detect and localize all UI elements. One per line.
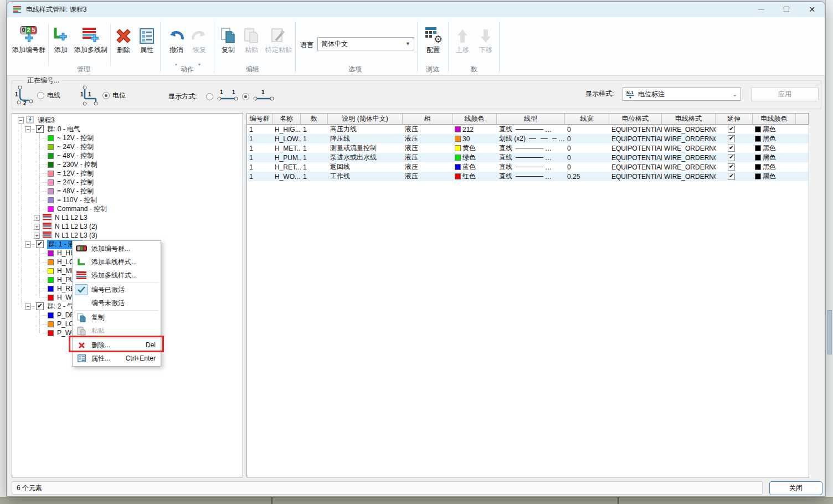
line-color-cell: 212 bbox=[453, 126, 497, 133]
copy-button[interactable]: 复制 bbox=[217, 23, 240, 55]
tree-item[interactable]: = 48V - 控制 bbox=[12, 187, 243, 196]
tree-expander-icon[interactable]: − bbox=[25, 304, 31, 310]
column-header[interactable]: 电线颜色 bbox=[753, 114, 796, 124]
tree-checkbox[interactable] bbox=[36, 240, 44, 248]
tree-expander-icon[interactable]: + bbox=[34, 224, 40, 230]
line-type-label: 直线 bbox=[499, 153, 512, 162]
table-row[interactable]: 1H_HIG...1高压力线液压212直线…0EQUIPOTENTIAL_...… bbox=[247, 125, 809, 134]
display-style-combobox[interactable]: N-1 电位标注 ⌄ bbox=[623, 88, 741, 101]
wire-color-cell: 黑色 bbox=[753, 134, 796, 143]
tree-item[interactable]: = 24V - 控制 bbox=[12, 178, 243, 187]
add-multi-line-button[interactable]: 添加多线制 bbox=[73, 23, 109, 55]
maximize-button[interactable] bbox=[774, 2, 799, 17]
tree-item[interactable]: ~ 12V - 控制 bbox=[12, 133, 243, 142]
column-header[interactable]: 电位格式 bbox=[609, 114, 662, 124]
tree-expander-icon[interactable]: + bbox=[34, 233, 40, 239]
extend-checkbox[interactable] bbox=[728, 163, 735, 171]
move-up-icon bbox=[451, 23, 474, 44]
tree-item[interactable]: = 110V - 控制 bbox=[12, 196, 243, 204]
menu-item[interactable]: 添加多线样式... bbox=[73, 269, 161, 282]
properties-button[interactable]: 属性 bbox=[135, 23, 158, 55]
menu-item[interactable]: 添加编号群... bbox=[73, 242, 161, 255]
tree-item-label: = 24V - 控制 bbox=[57, 178, 94, 187]
tree-item[interactable]: +N L1 L2 L3 bbox=[12, 213, 243, 222]
move-up-button[interactable]: 上移 bbox=[451, 23, 474, 55]
undo-button[interactable]: 撤消 ▼ bbox=[164, 23, 188, 55]
tree-item[interactable]: −群: 0 - 电气 bbox=[12, 125, 243, 133]
tree-item[interactable]: −课程3 bbox=[12, 116, 243, 125]
minimize-button[interactable] bbox=[748, 2, 774, 17]
menu-item[interactable]: 属性...Ctrl+Enter bbox=[73, 352, 161, 365]
menu-item[interactable]: 复制 bbox=[73, 311, 161, 324]
column-header[interactable]: 线宽 bbox=[565, 114, 609, 124]
close-window-button[interactable]: ✕ bbox=[799, 2, 825, 17]
display-mode-radio-1[interactable] bbox=[206, 93, 213, 100]
menu-item[interactable]: 编号已激活 bbox=[73, 283, 161, 296]
menu-item[interactable]: 添加单线样式... bbox=[73, 255, 161, 269]
wire-color-chip bbox=[48, 268, 54, 274]
line-width-cell: 0 bbox=[565, 163, 609, 171]
column-header[interactable]: 相 bbox=[403, 114, 453, 124]
column-header[interactable]: 线型 bbox=[497, 114, 565, 124]
move-down-button[interactable]: 下移 bbox=[474, 23, 497, 55]
extend-checkbox[interactable] bbox=[728, 135, 735, 142]
tree-item[interactable]: Command - 控制 bbox=[12, 204, 243, 213]
line-sample bbox=[516, 129, 543, 130]
wire-color-chip bbox=[755, 164, 761, 170]
language-combobox[interactable]: 简体中文 ▼ bbox=[317, 37, 414, 50]
tree-item[interactable]: ~ 48V - 控制 bbox=[12, 151, 243, 160]
column-header[interactable]: 数 bbox=[301, 114, 328, 124]
tree-item-label: 课程3 bbox=[38, 116, 55, 125]
tree-expander-icon[interactable]: − bbox=[25, 241, 31, 248]
tree-expander-icon[interactable]: − bbox=[25, 126, 31, 132]
extend-checkbox[interactable] bbox=[728, 126, 735, 133]
table-row[interactable]: 1H_MET...1测量或流量控制液压黄色直线…0EQUIPOTENTIAL_.… bbox=[247, 143, 809, 153]
delete-button[interactable]: 删除 bbox=[112, 23, 135, 55]
column-header[interactable]: 线颜色 bbox=[453, 114, 497, 124]
line-type-cell: 直线… bbox=[497, 172, 565, 181]
table-row[interactable]: 1H_RET...1返回线液压蓝色直线…0EQUIPOTENTIAL_...WI… bbox=[247, 162, 809, 172]
menu-item[interactable]: 编号未激活 bbox=[73, 296, 161, 310]
wire-color-chip bbox=[48, 277, 54, 283]
close-dialog-button[interactable]: 关闭 bbox=[769, 481, 822, 495]
line-color-label: 30 bbox=[462, 135, 470, 143]
potential-radio[interactable] bbox=[102, 92, 110, 99]
add-number-group-button[interactable]: 025 添加编号群 bbox=[11, 23, 47, 55]
table-row[interactable]: 1H_LOW...1降压线液压30划线 (x2)…0EQUIPOTENTIAL_… bbox=[247, 134, 809, 143]
display-mode-radio-2[interactable] bbox=[242, 93, 249, 100]
wire-radio[interactable] bbox=[37, 92, 44, 99]
line-color-cell: 30 bbox=[453, 135, 497, 143]
extend-checkbox[interactable] bbox=[728, 154, 735, 161]
redo-icon bbox=[188, 23, 211, 44]
column-header[interactable]: 电线格式 bbox=[662, 114, 716, 124]
extend-checkbox[interactable] bbox=[728, 173, 735, 180]
tree-checkbox[interactable] bbox=[36, 125, 44, 133]
tree-item[interactable]: ~ 230V - 控制 bbox=[12, 160, 243, 169]
extend-checkbox[interactable] bbox=[728, 145, 735, 152]
paste-button[interactable]: 粘贴 bbox=[240, 23, 263, 55]
add-single-line-button[interactable]: 添加 bbox=[49, 23, 73, 55]
paste-special-button[interactable]: 特定粘贴 bbox=[263, 23, 294, 55]
column-header[interactable]: 编号群 bbox=[247, 114, 272, 124]
tree-expander-icon[interactable]: + bbox=[34, 215, 40, 221]
column-header[interactable]: 延伸 bbox=[716, 114, 753, 124]
table-cell: H_WO... bbox=[272, 173, 301, 181]
tree-item[interactable]: +N L1 L2 L3 (2) bbox=[12, 222, 243, 231]
table-row[interactable]: 1H_PUM...1泵进水或出水线液压绿色直线…0EQUIPOTENTIAL_.… bbox=[247, 153, 809, 162]
apply-button[interactable]: 应用 bbox=[751, 87, 819, 101]
tree-item[interactable]: +N L1 L2 L3 (3) bbox=[12, 231, 243, 240]
column-header[interactable]: 名称 bbox=[272, 114, 301, 124]
column-header[interactable]: 说明 (简体中文) bbox=[328, 114, 403, 124]
svg-text:1: 1 bbox=[232, 89, 235, 95]
tree-checkbox[interactable] bbox=[36, 302, 44, 310]
tree-item[interactable]: = 12V - 控制 bbox=[12, 169, 243, 178]
table-row[interactable]: 1H_WO...1工作线液压红色直线…0.25EQUIPOTENTIAL_...… bbox=[247, 172, 809, 181]
tree-connector bbox=[43, 333, 47, 333]
tree-connector bbox=[43, 280, 47, 280]
configure-button[interactable]: ⚙ 配置 bbox=[421, 23, 445, 55]
redo-button[interactable]: 恢复 ▼ bbox=[188, 23, 211, 55]
tree-item[interactable]: ~ 24V - 控制 bbox=[12, 142, 243, 151]
element-count: 6 个元素 bbox=[17, 484, 42, 493]
display-style-value: 电位标注 bbox=[638, 90, 665, 99]
tree-expander-icon[interactable]: − bbox=[18, 117, 24, 124]
